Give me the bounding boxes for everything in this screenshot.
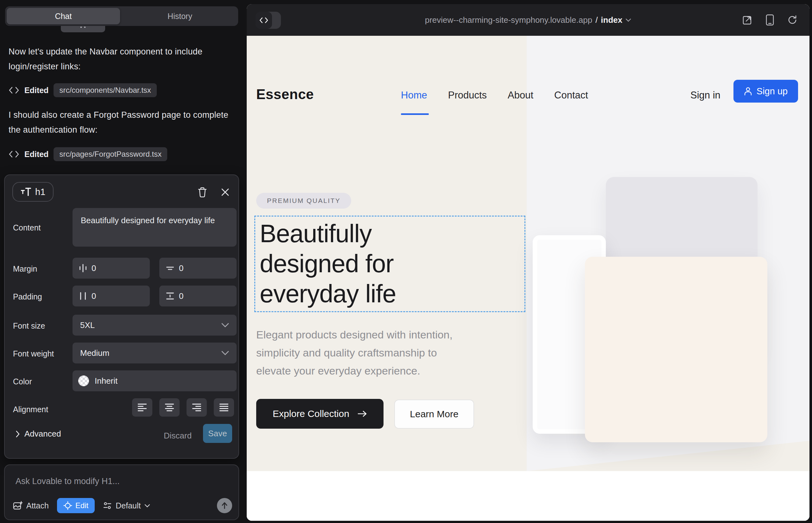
element-editor-panel: h1 Content Beautifully designed for ever… [4,175,239,459]
chevron-down-icon [222,323,229,327]
code-preview-toggle[interactable] [255,12,281,29]
nav-link-products[interactable]: Products [448,90,487,101]
sign-up-label: Sign up [757,86,788,96]
nav-link-about[interactable]: About [508,90,533,101]
send-button[interactable] [217,498,232,513]
align-left-icon [138,403,147,412]
color-input[interactable]: Inherit [72,371,236,391]
align-right-button[interactable] [187,398,207,417]
explore-collection-label: Explore Collection [273,409,349,419]
edited-file-row[interactable]: Edited src/pages/ForgotPassword.tsx [8,146,167,162]
alignment-group [132,398,234,417]
content-input[interactable]: Beautifully designed for everyday life [72,208,236,247]
padding-x-input[interactable]: 0 [72,286,150,306]
attach-label: Attach [26,501,49,510]
trash-icon [197,187,208,198]
app-root: Chat History Now let's update the Navbar… [0,0,812,523]
mobile-view-icon[interactable] [766,14,774,26]
align-justify-icon [219,403,229,412]
file-chip[interactable]: src/pages/ForgotPassword.tsx [54,147,167,161]
close-icon [221,188,230,197]
scrolled-chip-partial [61,26,105,32]
edit-mode-button[interactable]: Edit [57,498,95,513]
target-icon [63,501,72,510]
explore-collection-button[interactable]: Explore Collection [256,399,384,429]
hero-headline[interactable]: Beautifully designed for everyday life [260,218,396,309]
url-bar[interactable]: preview--charming-site-symphony.lovable.… [247,15,810,25]
sign-up-button[interactable]: Sign up [734,80,798,103]
advanced-toggle[interactable]: Advanced [16,429,61,439]
align-center-icon [165,403,174,412]
typography-icon [21,187,31,197]
sliders-icon [103,501,112,510]
site-logo[interactable]: Essence [256,86,314,102]
path-separator: / [595,15,598,25]
code-icon [8,86,19,94]
discard-button[interactable]: Discard [164,431,192,441]
padding-x-value: 0 [91,291,96,301]
close-panel-button[interactable] [216,183,234,201]
page-name: index [601,15,622,25]
nav-link-home[interactable]: Home [401,90,427,101]
site-page: Essence Home Products About Contact Sign… [247,36,810,521]
edited-file-row[interactable]: Edited src/components/Navbar.tsx [8,82,157,98]
refresh-icon[interactable] [787,15,797,25]
code-toggle-segment[interactable] [255,12,272,29]
user-icon [744,87,752,96]
color-label: Color [13,377,32,386]
attach-button[interactable]: Attach [13,501,49,510]
tab-history[interactable]: History [123,8,236,24]
selected-element-outline[interactable]: Beautifully designed for everyday life [254,216,525,312]
composer-input[interactable]: Ask Lovable to modify H1... [16,476,120,486]
chevron-right-icon [16,431,20,437]
font-size-select[interactable]: 5XL [72,315,236,336]
font-weight-label: Font weight [13,349,54,358]
file-chip[interactable]: src/components/Navbar.tsx [54,83,156,97]
element-tag-badge[interactable]: h1 [12,182,54,202]
advanced-label: Advanced [24,429,61,439]
mode-select[interactable]: Default [103,501,150,510]
padding-y-value: 0 [179,291,183,301]
save-button[interactable]: Save [203,424,232,443]
learn-more-button[interactable]: Learn More [394,399,474,429]
code-icon [8,150,19,158]
preview-topbar: preview--charming-site-symphony.lovable.… [247,4,810,36]
nav-link-contact[interactable]: Contact [554,90,588,101]
font-weight-select[interactable]: Medium [72,343,236,363]
attach-image-icon [13,501,22,510]
chevron-down-icon [625,18,631,22]
edit-label: Edit [75,501,88,510]
chat-composer: Ask Lovable to modify H1... Attach Edit [4,465,239,520]
alignment-label: Alignment [13,405,48,414]
edited-label: Edited [24,150,49,159]
chat-message: Now let's update the Navbar component to… [8,44,232,74]
align-center-button[interactable] [159,398,180,417]
margin-y-value: 0 [179,264,183,273]
element-tag-name: h1 [35,187,45,197]
margin-vertical-icon [166,264,175,272]
color-value: Inherit [95,376,118,386]
align-left-button[interactable] [132,398,152,417]
site-nav: Home Products About Contact [401,90,588,101]
decorative-card-beige [585,257,767,442]
align-justify-button[interactable] [214,398,234,417]
delete-element-button[interactable] [194,183,211,201]
hero-paragraph: Elegant products designed with intention… [256,326,453,380]
padding-y-input[interactable]: 0 [159,286,236,306]
section-below-hero [247,471,810,521]
align-right-icon [192,403,201,412]
edited-label: Edited [24,86,49,95]
font-size-value: 5XL [80,320,95,330]
padding-label: Padding [13,292,42,301]
sign-in-link[interactable]: Sign in [690,90,721,101]
padding-vertical-icon [166,292,175,301]
chevron-down-icon [144,504,150,507]
margin-horizontal-icon [79,264,87,273]
open-in-new-tab-icon[interactable] [742,15,753,25]
content-label: Content [13,223,41,232]
chevron-down-icon [222,351,229,355]
margin-x-input[interactable]: 0 [72,258,150,278]
tab-chat[interactable]: Chat [7,8,120,24]
hero-badge: PREMIUM QUALITY [256,193,351,209]
margin-y-input[interactable]: 0 [159,258,236,278]
